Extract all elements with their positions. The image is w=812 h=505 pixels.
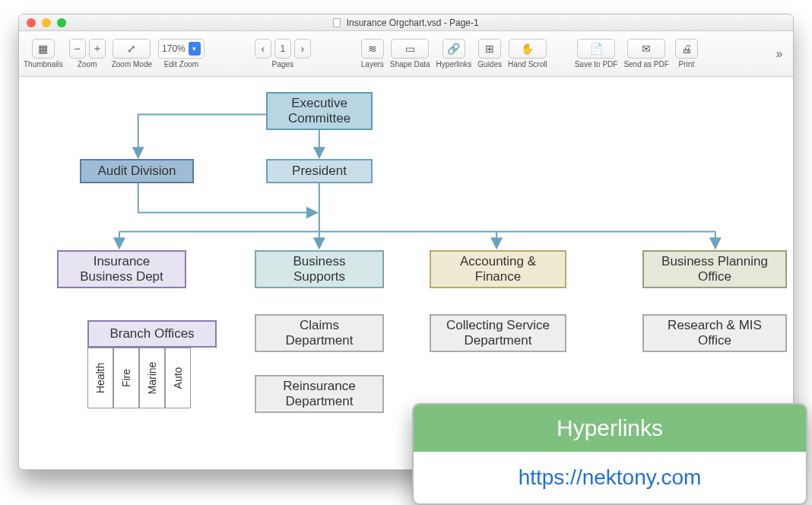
hand-icon: ✋: [521, 43, 534, 55]
pages-label: Pages: [272, 60, 293, 68]
popup-title: Hyperlinks: [414, 405, 806, 452]
send-pdf-label: Send as PDF: [623, 60, 668, 68]
window-controls: [27, 18, 66, 27]
layers-icon: ≋: [368, 43, 377, 55]
branch-types-row: Health Fire Marine Auto: [87, 348, 191, 408]
send-pdf-button[interactable]: ✉︎: [627, 39, 665, 59]
printer-icon: 🖨: [681, 43, 692, 55]
layers-button[interactable]: ≋: [361, 39, 384, 59]
chevron-right-icon: ›: [300, 43, 304, 55]
node-audit-division[interactable]: Audit Division: [80, 159, 194, 183]
toolbar: ▦ Thumbnails − ＋ Zoom ⤢ Zoom Mode 170% ▾…: [19, 31, 793, 77]
node-insurance-business[interactable]: Insurance Business Dept: [57, 250, 186, 288]
print-button[interactable]: 🖨: [675, 39, 698, 59]
toolbar-overflow-button[interactable]: »: [770, 45, 788, 63]
node-business-supports[interactable]: Business Supports: [255, 250, 384, 288]
node-collecting-service[interactable]: Collecting Service Department: [430, 314, 566, 352]
link-icon: 🔗: [447, 43, 460, 55]
window-title: Insurance Orgchart.vsd - Page-1: [19, 17, 793, 28]
chevron-left-icon: ‹: [261, 43, 265, 55]
zoom-level-select[interactable]: 170% ▾: [158, 39, 205, 59]
print-label: Print: [679, 60, 695, 68]
chevron-down-icon: ▾: [189, 42, 201, 56]
zoom-label: Zoom: [78, 60, 97, 68]
zoom-out-icon: −: [75, 43, 81, 55]
guides-button[interactable]: ⊞: [478, 39, 501, 59]
hyperlinks-button[interactable]: 🔗: [442, 39, 465, 59]
page-number-field[interactable]: 1: [274, 39, 291, 59]
next-page-button[interactable]: ›: [294, 39, 311, 59]
guides-icon: ⊞: [485, 43, 494, 55]
shape-data-label: Shape Data: [390, 60, 430, 68]
hand-scroll-label: Hand Scroll: [508, 60, 547, 68]
node-executive-committee[interactable]: Executive Committee: [266, 92, 373, 130]
file-icon: [333, 18, 341, 27]
hyperlinks-popup: Hyperlinks https://nektony.com: [412, 403, 807, 505]
hyperlinks-label: Hyperlinks: [436, 60, 472, 68]
thumbnails-label: Thumbnails: [24, 60, 63, 68]
shape-data-icon: ▭: [405, 43, 415, 55]
guides-label: Guides: [477, 60, 502, 68]
app-window: Insurance Orgchart.vsd - Page-1 ▦ Thumbn…: [18, 14, 794, 470]
save-pdf-button[interactable]: 📄: [577, 39, 615, 59]
node-president[interactable]: President: [266, 159, 373, 183]
window-title-text: Insurance Orgchart.vsd - Page-1: [347, 17, 479, 28]
minimize-button[interactable]: [42, 18, 51, 27]
node-business-planning[interactable]: Business Planning Office: [642, 250, 787, 288]
branch-type-marine[interactable]: Marine: [139, 348, 165, 408]
zoom-mode-button[interactable]: ⤢: [113, 39, 151, 59]
pdf-icon: 📄: [590, 43, 603, 55]
prev-page-button[interactable]: ‹: [255, 39, 271, 59]
branch-type-auto[interactable]: Auto: [165, 348, 191, 408]
thumbnails-button[interactable]: ▦: [32, 39, 55, 59]
node-claims-dept[interactable]: Claims Department: [255, 314, 384, 352]
popup-url[interactable]: https://nektony.com: [414, 452, 806, 503]
layers-label: Layers: [361, 60, 384, 68]
zoom-mode-label: Zoom Mode: [112, 60, 152, 68]
zoom-in-icon: ＋: [92, 42, 103, 56]
zoom-in-button[interactable]: ＋: [89, 39, 106, 59]
branch-type-fire[interactable]: Fire: [113, 348, 139, 408]
zoom-out-button[interactable]: −: [69, 39, 86, 59]
zoom-level-value: 170%: [162, 43, 186, 54]
save-pdf-label: Save to PDF: [575, 60, 618, 68]
send-icon: ✉︎: [642, 43, 651, 55]
chevron-right-double-icon: »: [776, 47, 783, 61]
edit-zoom-label: Edit Zoom: [164, 60, 199, 68]
close-button[interactable]: [27, 18, 36, 27]
titlebar: Insurance Orgchart.vsd - Page-1: [19, 14, 793, 31]
node-accounting-finance[interactable]: Accounting & Finance: [430, 250, 566, 288]
node-reinsurance-dept[interactable]: Reinsurance Department: [255, 375, 384, 413]
node-branch-offices[interactable]: Branch Offices: [87, 320, 217, 348]
fullscreen-button[interactable]: [57, 18, 66, 27]
node-research-mis[interactable]: Research & MIS Office: [642, 314, 787, 352]
shape-data-button[interactable]: ▭: [391, 39, 429, 59]
hand-scroll-button[interactable]: ✋: [509, 39, 547, 59]
branch-type-health[interactable]: Health: [87, 348, 113, 408]
